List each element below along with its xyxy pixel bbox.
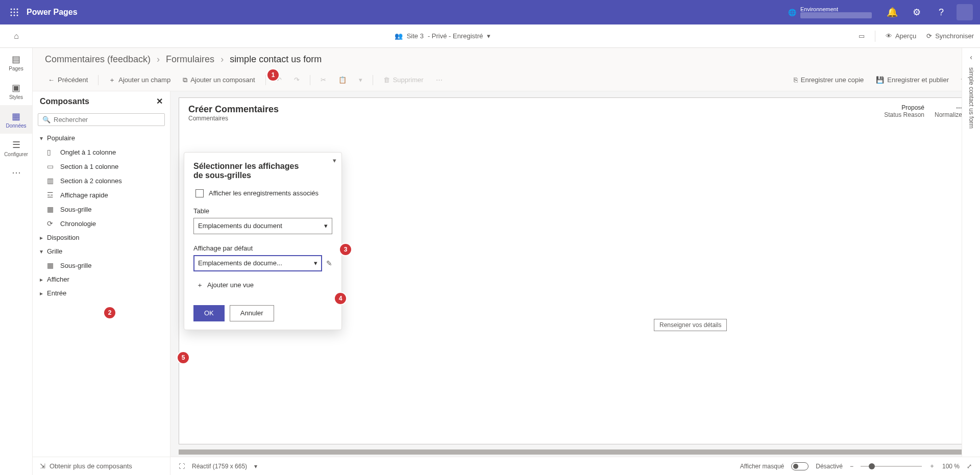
chevron-down-icon: ▾ bbox=[324, 222, 328, 230]
breadcrumb-separator: › bbox=[157, 54, 160, 65]
delete-label: Supprimer bbox=[393, 76, 424, 84]
horizontal-scrollbar[interactable] bbox=[179, 449, 972, 455]
default-view-select[interactable]: Emplacements de docume... ▾ bbox=[193, 255, 322, 271]
group-display-label: Afficher bbox=[47, 276, 69, 283]
back-button[interactable]: ← Précédent bbox=[43, 74, 93, 86]
ok-button[interactable]: OK bbox=[193, 305, 225, 321]
rail-more[interactable]: ⋯ bbox=[0, 162, 32, 183]
people-icon: 👥 bbox=[395, 32, 403, 40]
related-records-checkbox-row[interactable]: Afficher les enregistrements associés bbox=[195, 189, 332, 198]
component-quickview[interactable]: ☲Affichage rapide bbox=[33, 188, 170, 202]
eye-icon: 👁 bbox=[886, 32, 892, 40]
checkbox[interactable] bbox=[195, 189, 204, 197]
chevron-left-icon[interactable]: ‹ bbox=[970, 53, 972, 61]
svg-point-0 bbox=[11, 9, 12, 10]
add-field-button[interactable]: ＋ Ajouter un champ bbox=[104, 73, 176, 87]
site-picker[interactable]: 👥 Site 3 - Privé - Enregistré ▾ bbox=[395, 32, 491, 40]
search-input[interactable] bbox=[54, 116, 160, 123]
zoom-in-button[interactable]: ＋ bbox=[929, 462, 935, 470]
preview-label: Aperçu bbox=[895, 32, 916, 40]
zoom-slider[interactable] bbox=[861, 466, 922, 467]
group-display[interactable]: ▸ Afficher bbox=[33, 272, 170, 286]
close-icon[interactable]: ✕ bbox=[156, 96, 163, 106]
save-publish-button[interactable]: 💾 Enregistrer et publier bbox=[871, 74, 954, 86]
environment-picker[interactable]: 🌐 Environnement bbox=[788, 6, 872, 18]
rail-styles-label: Styles bbox=[9, 94, 23, 100]
fit-icon[interactable]: ⤢ bbox=[967, 463, 972, 470]
group-layout[interactable]: ▸ Disposition bbox=[33, 231, 170, 244]
component-timeline[interactable]: ⟳Chronologie bbox=[33, 216, 170, 231]
device-icon[interactable]: ▭ bbox=[859, 32, 865, 40]
cut-button[interactable]: ✂ bbox=[315, 74, 331, 86]
responsive-label[interactable]: Réactif (1759 x 665) bbox=[192, 463, 247, 470]
sync-button[interactable]: ⟳ Synchroniser bbox=[926, 32, 974, 40]
component-subgrid-2[interactable]: ▦Sous-grille bbox=[33, 258, 170, 272]
more-actions[interactable]: ⋯ bbox=[431, 74, 448, 86]
rail-config[interactable]: ☰ Configurer bbox=[0, 134, 32, 162]
help-icon[interactable]: ? bbox=[929, 0, 953, 24]
settings-icon[interactable]: ⚙ bbox=[904, 0, 929, 24]
paste-button[interactable]: 📋 bbox=[333, 74, 352, 86]
group-layout-label: Disposition bbox=[47, 234, 80, 241]
component-section-1col[interactable]: ▭Section à 1 colonne bbox=[33, 159, 170, 173]
topbar: Power Pages 🌐 Environnement 🔔 ⚙ ? bbox=[0, 0, 980, 24]
component-tab-1col[interactable]: ▯Onglet à 1 colonne bbox=[33, 145, 170, 159]
chevron-down-icon[interactable]: ▾ bbox=[254, 463, 257, 470]
get-more-components[interactable]: ⇲ Obtenir plus de composants bbox=[33, 457, 170, 475]
chevron-right-icon: ▸ bbox=[40, 290, 43, 297]
notifications-icon[interactable]: 🔔 bbox=[880, 0, 904, 24]
add-view-button[interactable]: ＋ Ajouter une vue bbox=[197, 281, 332, 290]
app-launcher-icon[interactable] bbox=[4, 8, 24, 16]
breadcrumb-separator: › bbox=[220, 54, 224, 65]
default-view-value: Emplacements de docume... bbox=[198, 259, 282, 267]
paste-dropdown[interactable]: ▾ bbox=[354, 74, 368, 86]
delete-button[interactable]: 🗑 Supprimer bbox=[378, 74, 429, 86]
components-search[interactable]: 🔍 bbox=[38, 113, 165, 126]
table-select[interactable]: Emplacements du document ▾ bbox=[193, 218, 332, 234]
add-field-label: Ajouter un champ bbox=[118, 76, 170, 84]
status-label: Status Reason bbox=[884, 111, 924, 118]
show-hidden-label: Afficher masqué bbox=[740, 463, 785, 470]
callout-5: 5 bbox=[178, 352, 189, 363]
breadcrumb-level2[interactable]: Formulaires bbox=[166, 54, 214, 65]
callout-4: 4 bbox=[335, 293, 346, 304]
save-copy-button[interactable]: ⎘ Enregistrer une copie bbox=[789, 74, 869, 86]
add-component-label: Ajouter un composant bbox=[190, 76, 255, 84]
zoom-out-button[interactable]: − bbox=[850, 463, 853, 470]
preview-button[interactable]: 👁 Aperçu bbox=[886, 32, 916, 40]
rail-styles[interactable]: ▣ Styles bbox=[0, 77, 32, 105]
site-bar: ⌂ 👥 Site 3 - Privé - Enregistré ▾ ▭ 👁 Ap… bbox=[0, 24, 980, 48]
account-avatar[interactable] bbox=[957, 4, 973, 20]
component-subgrid[interactable]: ▦Sous-grille bbox=[33, 202, 170, 216]
home-icon[interactable]: ⌂ bbox=[6, 32, 27, 41]
rail-pages[interactable]: ▤ Pages bbox=[0, 48, 32, 77]
status-reason-column: Proposé Status Reason bbox=[884, 104, 924, 118]
show-hidden-toggle[interactable] bbox=[791, 462, 808, 470]
table-select-value: Emplacements du document bbox=[198, 222, 282, 230]
plus-icon: ＋ bbox=[197, 281, 203, 290]
rail-data-label: Données bbox=[6, 123, 26, 129]
responsive-icon: ⛶ bbox=[179, 463, 185, 470]
toggle-state-label: Désactivé bbox=[816, 463, 843, 470]
cancel-button[interactable]: Annuler bbox=[230, 305, 274, 321]
edit-icon[interactable]: ✎ bbox=[326, 259, 332, 267]
search-icon: 🔍 bbox=[42, 116, 51, 123]
group-popular[interactable]: ▾ Populaire bbox=[33, 131, 170, 145]
add-component-button[interactable]: ⧉ Ajouter un composant bbox=[178, 74, 260, 86]
toolbar: ← Précédent ＋ Ajouter un champ ⧉ Ajouter… bbox=[33, 69, 980, 91]
breadcrumb-level1[interactable]: Commentaires (feedback) bbox=[45, 54, 151, 65]
group-grid[interactable]: ▾ Grille bbox=[33, 244, 170, 258]
popover-title: Sélectionner les affichagesde sous-grill… bbox=[193, 162, 332, 180]
chevron-down-icon[interactable]: ▾ bbox=[333, 157, 336, 164]
right-side-panel[interactable]: ‹ simple contact us form bbox=[962, 48, 980, 457]
callout-2: 2 bbox=[104, 307, 115, 318]
save-copy-label: Enregistrer une copie bbox=[801, 76, 864, 84]
rail-data[interactable]: ▦ Données bbox=[0, 105, 32, 134]
zoom-value: 100 % bbox=[942, 463, 960, 470]
group-popular-label: Populaire bbox=[47, 134, 75, 142]
group-input[interactable]: ▸ Entrée bbox=[33, 286, 170, 300]
default-view-field-label: Affichage par défaut bbox=[193, 244, 332, 252]
component-section-2col[interactable]: ▥Section à 2 colonnes bbox=[33, 173, 170, 188]
chevron-down-icon: ▾ bbox=[40, 248, 43, 255]
redo-button[interactable]: ↷ bbox=[289, 74, 305, 86]
